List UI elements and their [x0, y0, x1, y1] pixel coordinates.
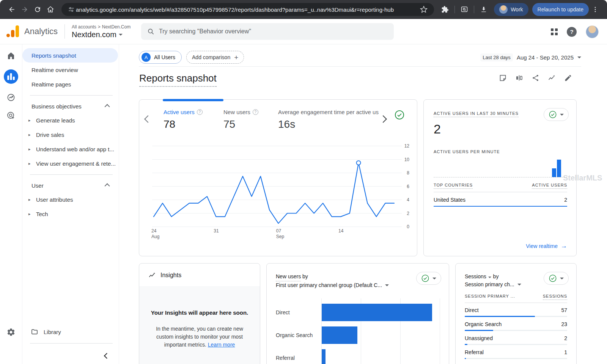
collapse-nav-button[interactable] — [22, 347, 119, 364]
nav-section-business-objectives[interactable]: Business objectives — [22, 99, 119, 113]
chevron-down-icon — [385, 284, 389, 286]
svg-text:14: 14 — [338, 228, 344, 234]
nav-item-generate-leads[interactable]: ▸ Generate leads — [22, 113, 119, 127]
active-users-line-chart[interactable]: 02468101224Aug3107Sep14 — [145, 139, 412, 241]
notes-icon[interactable] — [499, 74, 507, 82]
nav-item-user-engagement[interactable]: ▸ View user engagement & rete... — [22, 156, 119, 171]
nav-item-realtime-overview[interactable]: Realtime overview — [22, 63, 119, 77]
active-users-header[interactable]: ACTIVE USERS — [532, 183, 567, 189]
refresh-icon[interactable] — [31, 3, 44, 16]
profile-label: Work — [511, 6, 523, 13]
analytics-logo-icon[interactable] — [6, 25, 20, 38]
tab-search-icon[interactable] — [458, 3, 471, 16]
help-tooltip-icon[interactable]: ? — [253, 109, 258, 115]
country-value: 2 — [564, 197, 567, 203]
data-quality-dropdown[interactable] — [416, 272, 441, 285]
active-users-per-minute-chart[interactable] — [434, 155, 567, 177]
extensions-icon[interactable] — [439, 3, 451, 16]
chevron-down-icon — [577, 56, 581, 58]
expand-arrow-icon[interactable]: ▸ — [28, 118, 32, 123]
nav-item-reports-snapshot[interactable]: Reports snapshot — [22, 48, 118, 63]
new-users-metric-link[interactable]: New users — [276, 273, 301, 281]
insights-headline: Your Insights will appear here soon. — [151, 309, 248, 316]
data-quality-icon[interactable] — [394, 110, 405, 120]
help-tooltip-icon[interactable]: ? — [197, 109, 203, 115]
nav-item-realtime-pages[interactable]: Realtime pages — [22, 77, 119, 91]
metrics-prev-icon[interactable] — [144, 115, 152, 123]
profile-chip[interactable]: Work — [494, 3, 528, 16]
nav-item-drive-sales[interactable]: ▸ Drive sales — [22, 127, 119, 142]
sessions-metric-dropdown[interactable]: Sessions — [465, 273, 493, 279]
session-row: Referral 1 — [465, 349, 567, 359]
help-icon[interactable]: ? — [567, 27, 577, 37]
account-switcher[interactable]: All accounts > NextDen.Com Nextden.com — [72, 24, 131, 39]
back-icon[interactable] — [5, 3, 18, 16]
dimension-column-header[interactable]: SESSION PRIMARY ... — [465, 294, 515, 300]
breadcrumb-account[interactable]: NextDen.Com — [102, 24, 131, 30]
nav-item-tech[interactable]: ▸ Tech — [22, 207, 119, 221]
nav-section-user[interactable]: User — [22, 179, 119, 192]
url-bar[interactable]: analytics.google.com/analytics/web/#/a32… — [61, 3, 434, 16]
view-realtime-link[interactable]: View realtime → — [526, 242, 567, 250]
metric-new-users[interactable]: New users ? 75 — [223, 109, 278, 130]
nav-label: Realtime overview — [31, 67, 78, 73]
downloads-icon[interactable] — [477, 3, 490, 16]
comparison-icon[interactable] — [515, 74, 523, 82]
site-settings-icon[interactable] — [67, 5, 76, 14]
metric-avg-engagement-time[interactable]: Average engagement time per active us 16… — [278, 109, 392, 130]
user-avatar[interactable] — [586, 25, 599, 38]
expand-arrow-icon[interactable]: ▸ — [28, 132, 32, 137]
svg-text:0: 0 — [407, 224, 409, 229]
page-title[interactable]: Reports snapshot — [139, 72, 217, 87]
rail-advertising-icon[interactable] — [6, 111, 16, 120]
expand-arrow-icon[interactable]: ▸ — [28, 197, 32, 202]
metric-label: New users — [223, 109, 250, 115]
global-search[interactable] — [141, 23, 394, 40]
relaunch-button[interactable]: Relaunch to update — [532, 3, 589, 16]
url-text[interactable]: analytics.google.com/analytics/web/#/a32… — [76, 6, 419, 13]
svg-text:31: 31 — [214, 228, 219, 234]
edit-pencil-icon[interactable] — [564, 74, 572, 82]
bar-category-label: Referral — [276, 355, 321, 361]
nav-item-library[interactable]: Library — [22, 324, 119, 339]
property-name[interactable]: Nextden.com — [72, 30, 116, 39]
insights-icon[interactable] — [548, 74, 556, 82]
forward-icon[interactable] — [18, 3, 31, 16]
chevron-down-icon — [560, 278, 564, 279]
top-countries-header[interactable]: TOP COUNTRIES — [434, 183, 473, 189]
all-users-chip[interactable]: A All Users — [139, 51, 182, 64]
rail-reports-icon[interactable] — [4, 69, 18, 84]
learn-more-link[interactable]: Learn more — [208, 342, 235, 348]
active-metric-indicator — [163, 99, 223, 101]
date-range-picker[interactable]: Last 28 days Aug 24 - Sep 20, 2025 — [480, 53, 581, 61]
comparison-badge: A — [142, 53, 151, 62]
check-circle-icon — [549, 274, 557, 282]
expand-arrow-icon[interactable]: ▸ — [28, 212, 32, 217]
new-users-bar-chart[interactable]: Direct Organic Search Referral — [276, 298, 440, 364]
nav-item-user-attributes[interactable]: ▸ User attributes — [22, 192, 119, 207]
share-icon[interactable] — [532, 74, 539, 82]
realtime-card: ACTIVE USERS IN LAST 30 MINUTES 2 ACTIVE… — [423, 99, 577, 256]
expand-arrow-icon[interactable]: ▸ — [28, 147, 32, 152]
rail-explore-icon[interactable] — [6, 93, 16, 102]
add-comparison-button[interactable]: Add comparison + — [186, 51, 244, 64]
insights-card: Insights Your Insights will appear here … — [139, 263, 260, 364]
sessions-column-header[interactable]: SESSIONS — [543, 294, 567, 300]
data-quality-dropdown[interactable] — [544, 108, 569, 121]
dimension-dropdown[interactable]: First user primary channel group (Defaul… — [276, 281, 440, 289]
rail-admin-gear[interactable] — [0, 328, 22, 337]
nav-item-understand-web-app[interactable]: ▸ Understand web and/or app t... — [22, 142, 119, 156]
realtime-title[interactable]: ACTIVE USERS IN LAST 30 MINUTES — [434, 111, 519, 117]
data-quality-dropdown[interactable] — [544, 272, 569, 285]
browser-menu-icon[interactable] — [589, 3, 602, 16]
apps-grid-icon[interactable] — [551, 28, 558, 35]
home-icon[interactable] — [44, 3, 57, 16]
nav-label: Tech — [36, 211, 48, 217]
expand-arrow-icon[interactable]: ▸ — [28, 161, 32, 166]
search-input[interactable] — [159, 28, 388, 35]
breadcrumb-root[interactable]: All accounts — [72, 24, 96, 30]
bar — [322, 304, 432, 321]
rail-home-icon[interactable] — [6, 51, 16, 60]
bookmark-star-icon[interactable] — [419, 5, 429, 14]
metric-active-users[interactable]: Active users ? 78 — [164, 109, 223, 130]
